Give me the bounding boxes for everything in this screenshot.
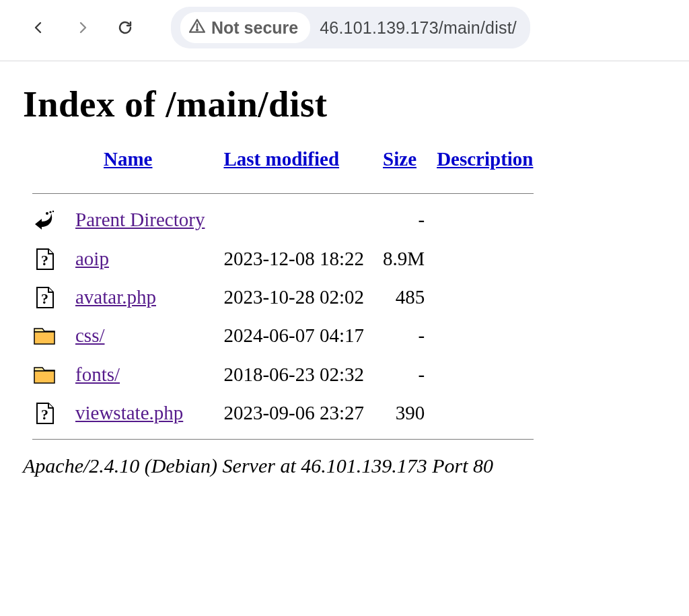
entry-size: 485 — [373, 278, 427, 316]
entry-link[interactable]: aoip — [75, 248, 109, 269]
table-row: css/2024-06-07 04:17- — [23, 316, 543, 355]
page-body: Index of /main/dist Name Last modified S… — [0, 61, 689, 477]
entry-modified: 2024-06-07 04:17 — [214, 316, 373, 355]
entry-link[interactable]: avatar.php — [75, 286, 156, 308]
divider — [32, 193, 534, 194]
url-text: 46.101.139.173/main/dist/ — [320, 20, 517, 36]
table-header-row: Name Last modified Size Description — [23, 148, 543, 186]
entry-description — [427, 239, 542, 277]
parent-directory-icon — [32, 208, 57, 232]
entry-link[interactable]: Parent Directory — [75, 209, 205, 230]
divider — [32, 439, 534, 440]
entry-size: - — [373, 355, 427, 393]
back-button[interactable] — [26, 14, 52, 41]
svg-point-2 — [196, 30, 198, 31]
entry-size: 390 — [373, 394, 427, 432]
entry-size: - — [373, 316, 427, 355]
page-title: Index of /main/dist — [23, 83, 666, 125]
folder-icon — [32, 324, 57, 348]
server-signature: Apache/2.4.10 (Debian) Server at 46.101.… — [23, 454, 666, 477]
entry-description — [427, 316, 542, 355]
col-header-name[interactable]: Name — [104, 148, 152, 170]
entry-size: - — [373, 201, 427, 239]
svg-point-4 — [49, 211, 51, 213]
directory-listing-table: Name Last modified Size Description Pare… — [23, 148, 543, 446]
entry-description — [427, 394, 542, 432]
entry-size: 8.9M — [373, 239, 427, 277]
table-row: fonts/2018-06-23 02:32- — [23, 355, 543, 393]
unknown-file-icon: ? — [32, 247, 57, 271]
entry-modified: 2023-12-08 18:22 — [214, 239, 373, 277]
svg-text:?: ? — [41, 406, 48, 423]
col-header-modified[interactable]: Last modified — [223, 148, 339, 170]
forward-button[interactable] — [69, 14, 96, 41]
entry-link[interactable]: css/ — [75, 324, 105, 346]
col-header-description[interactable]: Description — [437, 148, 533, 170]
reload-button[interactable] — [112, 14, 139, 41]
entry-modified — [214, 201, 373, 239]
warning-icon — [188, 18, 206, 38]
entry-link[interactable]: fonts/ — [75, 364, 120, 385]
entry-description — [427, 278, 542, 316]
table-row: ? viewstate.php2023-09-06 23:27390 — [23, 394, 543, 432]
svg-text:?: ? — [41, 290, 48, 307]
table-row: ? aoip2023-12-08 18:228.9M — [23, 239, 543, 277]
svg-point-5 — [52, 211, 54, 212]
address-bar[interactable]: Not secure 46.101.139.173/main/dist/ — [171, 7, 530, 48]
browser-toolbar: Not secure 46.101.139.173/main/dist/ — [0, 0, 689, 61]
svg-point-3 — [46, 212, 48, 215]
svg-text:?: ? — [41, 252, 48, 269]
table-row: ? avatar.php2023-10-28 02:02485 — [23, 278, 543, 316]
entry-description — [427, 355, 542, 393]
entry-modified: 2023-10-28 02:02 — [214, 278, 373, 316]
not-secure-chip[interactable]: Not secure — [180, 12, 310, 43]
entry-description — [427, 201, 542, 239]
entry-modified: 2023-09-06 23:27 — [214, 394, 373, 432]
unknown-file-icon: ? — [32, 401, 57, 425]
entry-modified: 2018-06-23 02:32 — [214, 355, 373, 393]
folder-icon — [32, 363, 57, 387]
table-row: Parent Directory- — [23, 201, 543, 239]
col-header-size[interactable]: Size — [383, 148, 416, 170]
not-secure-label: Not secure — [211, 20, 298, 36]
unknown-file-icon: ? — [32, 285, 57, 310]
entry-link[interactable]: viewstate.php — [75, 402, 183, 423]
